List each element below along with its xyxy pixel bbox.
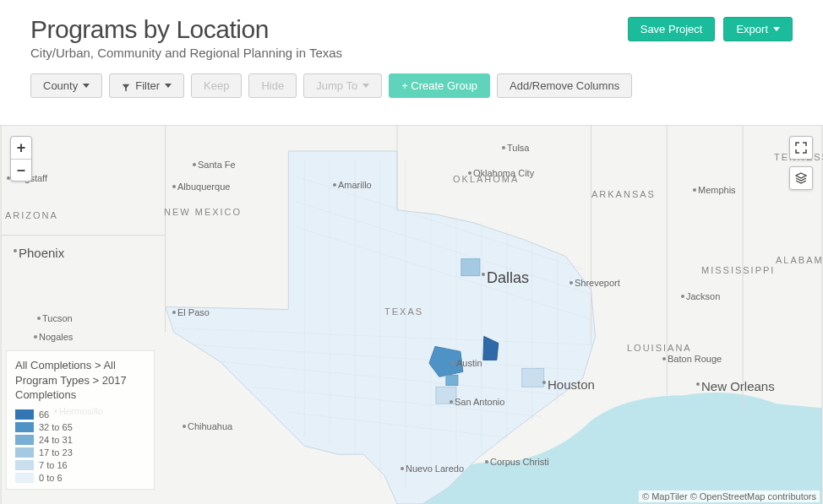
city-label: Houston [548,377,595,392]
city-dot [482,273,485,276]
city-dot [502,146,505,149]
city-dot [172,185,176,188]
legend-row: 0 to 6 [15,471,145,484]
page-subtitle: City/Urban, Community and Regional Plann… [30,46,342,60]
filter-dropdown[interactable]: Filter [109,73,184,98]
legend-bin-label: 17 to 23 [39,447,73,458]
legend-swatch [15,422,34,432]
fullscreen-button[interactable] [789,136,813,160]
county-dallas-area[interactable] [461,259,480,276]
city-label: Baton Rouge [668,354,722,364]
map-side-controls [789,136,813,190]
city-label: Phoenix [19,246,64,260]
layers-button[interactable] [789,166,813,190]
export-label: Export [736,23,768,35]
legend-bin-label: 24 to 31 [39,435,73,445]
city-label: Shreveport [575,278,620,288]
geo-level-label: County [43,79,78,92]
keep-label: Keep [204,79,229,92]
city-label: El Paso [177,307,210,317]
export-button[interactable]: Export [723,17,793,41]
legend-row: 7 to 16 [15,458,145,471]
legend-bin-label: 7 to 16 [39,460,68,470]
state-label: NEW MEXICO [164,207,242,217]
map-legend: All Completions > All Program Types > 20… [7,351,154,489]
legend-bin-label: 32 to 65 [39,422,73,432]
keep-button[interactable]: Keep [191,73,242,98]
city-dot [468,171,471,175]
create-group-label: + Create Group [401,79,477,92]
city-label: Dallas [487,269,529,287]
city-label: Chihuahua [188,421,232,431]
city-dot [451,361,455,365]
filter-icon [122,82,130,90]
legend-row: 66 [15,408,145,420]
city-dot [333,183,336,187]
toolbar: County Filter Keep Hide Jump To + Create… [0,67,823,108]
city-dot [542,381,546,384]
legend-swatch [15,447,34,458]
city-label: New Orleans [701,379,775,393]
chevron-down-icon [165,84,172,88]
header-actions: Save Project Export [628,17,793,41]
city-label: San Antonio [455,397,504,407]
filter-label: Filter [135,79,160,92]
save-project-button[interactable]: Save Project [628,17,716,41]
map[interactable]: ARIZONANEW MEXICOOKLAHOMATEXASARKANSASLO… [0,125,823,504]
city-dot [401,467,404,470]
city-dot [681,295,684,298]
city-label: Tucson [42,313,73,323]
county-bexar[interactable] [436,387,456,404]
columns-label: Add/Remove Columns [510,79,619,92]
layers-icon [795,172,807,184]
state-label: MISSISSIPPI [701,265,775,275]
title-block: Programs by Location City/Urban, Communi… [30,15,342,60]
city-label: Albuquerque [177,182,230,192]
city-label: Austin [456,358,482,368]
state-label: ALABAMA [776,255,823,265]
county-south-austin[interactable] [446,375,458,385]
hide-label: Hide [261,79,284,92]
zoom-controls: + – [10,136,32,182]
legend-row: 24 to 31 [15,433,145,446]
legend-row: 17 to 23 [15,446,145,458]
hide-button[interactable]: Hide [248,73,297,98]
legend-swatch [15,435,34,445]
city-dot [693,188,696,192]
county-harris[interactable] [522,368,544,387]
jump-to-label: Jump To [316,79,357,92]
create-group-button[interactable]: + Create Group [389,73,490,98]
city-dot [662,357,666,360]
state-label: ARKANSAS [591,189,656,199]
zoom-out-button[interactable]: – [11,159,31,181]
zoom-in-button[interactable]: + [11,137,31,159]
state-label: ARIZONA [5,210,58,220]
city-label: Nuevo Laredo [406,463,464,474]
legend-swatch [15,409,34,420]
header: Programs by Location City/Urban, Communi… [0,0,823,67]
legend-bin-label: 0 to 6 [39,473,63,483]
add-remove-columns-button[interactable]: Add/Remove Columns [497,73,632,98]
map-attribution: © MapTiler © OpenStreetMap contributors [639,490,820,502]
legend-title: All Completions > All Program Types > 20… [15,358,145,403]
chevron-down-icon [773,27,780,31]
chevron-down-icon [83,84,90,88]
legend-swatch [15,460,34,470]
city-label: Santa Fe [198,160,236,170]
city-dot [172,311,176,314]
fullscreen-icon [795,142,807,154]
city-dot [570,281,573,285]
city-label: Amarillo [338,180,372,190]
city-dot [485,460,488,463]
city-dot [14,249,17,252]
city-dot [696,382,700,386]
city-dot [183,425,186,428]
chevron-down-icon [362,84,369,88]
city-dot [34,335,37,339]
jump-to-dropdown[interactable]: Jump To [303,73,382,98]
city-label: Memphis [698,185,736,195]
legend-bin-label: 66 [39,409,49,420]
geo-level-dropdown[interactable]: County [30,73,102,98]
city-label: Corpus Christi [490,457,549,467]
city-label: Tulsa [507,143,530,153]
